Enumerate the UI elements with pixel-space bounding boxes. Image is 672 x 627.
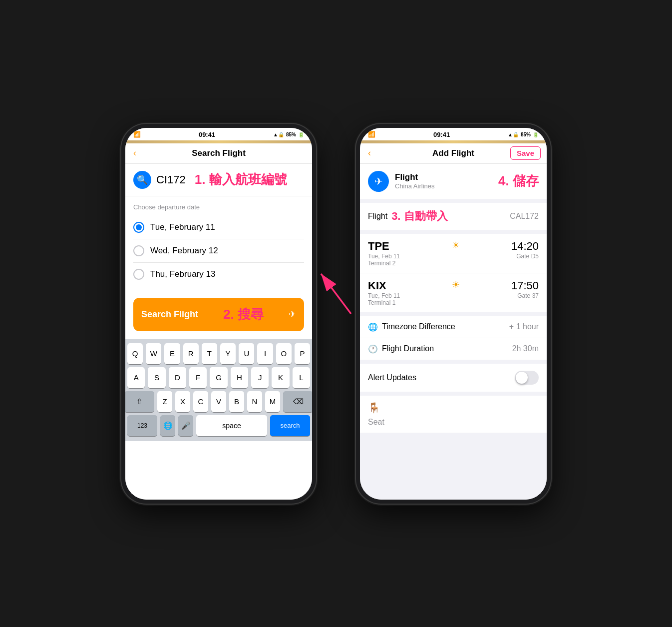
duration-label: Flight Duration <box>382 344 434 353</box>
battery-icon-1: 🔋 <box>298 132 304 137</box>
battery-label-2: 85% <box>521 132 531 137</box>
radio-2[interactable] <box>133 245 144 256</box>
seat-card: 🪑 Seat <box>360 396 547 433</box>
time-2: 09:41 <box>433 131 450 138</box>
kb-w[interactable]: W <box>146 343 161 364</box>
departure-left: TPE Tue, Feb 11 Terminal 2 <box>368 240 400 267</box>
kb-l[interactable]: L <box>293 367 310 388</box>
curved-arrow-svg <box>316 264 356 324</box>
kb-shift[interactable]: ⇧ <box>125 391 154 412</box>
back-button-2[interactable]: ‹ <box>368 148 371 158</box>
seat-label: Seat <box>368 418 539 427</box>
date-option-3[interactable]: Thu, February 13 <box>133 263 304 286</box>
search-flight-button[interactable]: Search Flight 2. 搜尋 ✈ <box>133 298 304 331</box>
flight-number-row: Flight 3. 自動帶入 CAL172 <box>360 203 547 230</box>
signal-icon: ▲🔒 <box>273 132 284 137</box>
wifi-icon-2: 📶 <box>368 131 375 138</box>
departure-date: Tue, Feb 11 <box>368 253 400 260</box>
flight-number-card: Flight 3. 自動帶入 CAL172 <box>360 203 547 230</box>
arrival-gate: Gate 37 <box>511 292 539 299</box>
date-option-1[interactable]: Tue, February 11 <box>133 216 304 239</box>
kb-g[interactable]: G <box>210 367 227 388</box>
date-text-2: Wed, February 12 <box>150 246 218 256</box>
kb-c[interactable]: C <box>193 391 208 412</box>
kb-mic[interactable]: 🎤 <box>178 415 193 436</box>
kb-v[interactable]: V <box>211 391 226 412</box>
kb-s[interactable]: S <box>148 367 165 388</box>
flight-header-card: ✈ Flight China Airlines 4. 儲存 <box>360 164 547 199</box>
time-1: 09:41 <box>199 131 215 138</box>
search-input-row: 🔍 CI172 1. 輸入航班編號 <box>125 164 312 196</box>
annotation-save: 4. 儲存 <box>498 172 539 190</box>
kb-q[interactable]: Q <box>127 343 143 364</box>
departure-right: 14:20 Gate D5 <box>511 240 539 260</box>
kb-x[interactable]: X <box>175 391 190 412</box>
departure-gate: Gate D5 <box>511 253 539 260</box>
kb-space[interactable]: space <box>196 415 267 436</box>
airport-section: TPE Tue, Feb 11 Terminal 2 ☀ 14:20 Gate … <box>360 234 547 312</box>
page-title-1: Search Flight <box>192 148 246 158</box>
kb-t[interactable]: T <box>202 343 217 364</box>
back-button-1[interactable]: ‹ <box>133 148 136 158</box>
kb-n[interactable]: N <box>247 391 262 412</box>
date-text-3: Thu, February 13 <box>150 269 215 279</box>
info-card: 🌐 Timezone Difference + 1 hour 🕐 Flight … <box>360 316 547 360</box>
kb-o[interactable]: O <box>276 343 292 364</box>
kb-h[interactable]: H <box>231 367 248 388</box>
date-option-2[interactable]: Wed, February 12 <box>133 239 304 263</box>
kb-globe[interactable]: 🌐 <box>160 415 175 436</box>
arrival-code: KIX <box>368 279 400 292</box>
kb-r[interactable]: R <box>183 343 199 364</box>
arrival-left: KIX Tue, Feb 11 Terminal 1 <box>368 279 400 306</box>
sun-icon-departure: ☀ <box>452 240 460 251</box>
flight-label: Flight <box>368 212 387 221</box>
kb-b[interactable]: B <box>229 391 244 412</box>
kb-row-3: ⇧ Z X C V B N M ⌫ <box>127 391 310 412</box>
departure-row: TPE Tue, Feb 11 Terminal 2 ☀ 14:20 Gate … <box>360 234 547 273</box>
timezone-left: 🌐 Timezone Difference <box>368 322 455 332</box>
departure-section: Choose departure date Tue, February 11 W… <box>125 196 312 290</box>
phone-search: 📶 09:41 ▲🔒 85% 🔋 ‹ Search Flight 🔍 <box>121 124 316 504</box>
sun-icon-arrival: ☀ <box>452 279 460 290</box>
kb-m[interactable]: M <box>265 391 280 412</box>
kb-p[interactable]: P <box>295 343 310 364</box>
kb-f[interactable]: F <box>189 367 207 388</box>
kb-y[interactable]: Y <box>220 343 236 364</box>
kb-row-2: A S D F G H J K L <box>127 367 310 388</box>
kb-a[interactable]: A <box>127 367 145 388</box>
radio-1[interactable] <box>133 222 144 233</box>
search-btn-label: Search Flight <box>141 309 198 320</box>
duration-left: 🕐 Flight Duration <box>368 344 434 354</box>
flight-header-text: Flight China Airlines <box>395 172 435 190</box>
kb-backspace[interactable]: ⌫ <box>283 391 312 412</box>
search-button-area: Search Flight 2. 搜尋 ✈ <box>125 290 312 339</box>
radio-3[interactable] <box>133 269 144 280</box>
kb-d[interactable]: D <box>169 367 186 388</box>
annotation-enter-flight: 1. 輸入航班編號 <box>195 171 287 188</box>
kb-e[interactable]: E <box>164 343 180 364</box>
save-button[interactable]: Save <box>510 146 541 160</box>
kb-z[interactable]: Z <box>157 391 172 412</box>
kb-123[interactable]: 123 <box>127 415 157 436</box>
kb-search[interactable]: search <box>270 415 310 436</box>
timezone-value: + 1 hour <box>509 322 539 331</box>
battery-label-1: 85% <box>286 132 296 137</box>
add-flight-screen: ✈ Flight China Airlines 4. 儲存 Flight 3. … <box>360 164 547 500</box>
alert-toggle-switch[interactable] <box>515 371 539 385</box>
flight-input[interactable]: CI172 <box>156 173 186 186</box>
kb-row-4: 123 🌐 🎤 space search <box>127 415 310 436</box>
arrival-right: 17:50 Gate 37 <box>511 279 539 299</box>
toggle-card: Alert Updates <box>360 364 547 392</box>
flight-number-value: CAL172 <box>510 212 539 221</box>
phone-add-flight: 📶 09:41 ▲🔒 85% 🔋 ‹ Add Flight Save <box>356 124 551 504</box>
kb-j[interactable]: J <box>251 367 269 388</box>
kb-u[interactable]: U <box>239 343 254 364</box>
flight-title: Flight <box>395 172 435 182</box>
kb-k[interactable]: K <box>272 367 289 388</box>
annotation-search: 2. 搜尋 <box>223 306 264 323</box>
alert-toggle-row[interactable]: Alert Updates <box>360 364 547 392</box>
kb-i[interactable]: I <box>257 343 273 364</box>
seat-icon: 🪑 <box>368 402 539 414</box>
duration-value: 2h 30m <box>512 344 539 353</box>
duration-row: 🕐 Flight Duration 2h 30m <box>360 338 547 360</box>
